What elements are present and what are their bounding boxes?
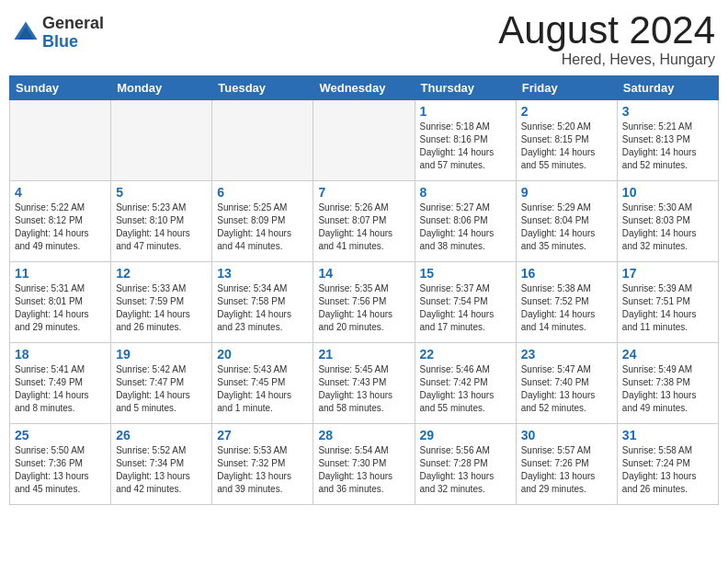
logo: General Blue — [13, 15, 104, 52]
day-number: 16 — [521, 266, 612, 281]
day-info: Sunrise: 5:56 AMSunset: 7:28 PMDaylight:… — [420, 444, 511, 496]
day-cell-24: 24Sunrise: 5:49 AMSunset: 7:38 PMDayligh… — [617, 343, 718, 424]
day-number: 29 — [420, 428, 511, 442]
day-info: Sunrise: 5:52 AMSunset: 7:34 PMDaylight:… — [116, 444, 207, 496]
day-cell-3: 3Sunrise: 5:21 AMSunset: 8:13 PMDaylight… — [617, 100, 718, 181]
day-number: 27 — [217, 428, 308, 442]
day-info: Sunrise: 5:53 AMSunset: 7:32 PMDaylight:… — [217, 444, 308, 496]
day-info: Sunrise: 5:35 AMSunset: 7:56 PMDaylight:… — [318, 282, 409, 334]
day-info: Sunrise: 5:30 AMSunset: 8:03 PMDaylight:… — [622, 201, 713, 253]
day-cell-31: 31Sunrise: 5:58 AMSunset: 7:24 PMDayligh… — [617, 424, 718, 505]
day-cell-25: 25Sunrise: 5:50 AMSunset: 7:36 PMDayligh… — [10, 424, 111, 505]
day-info: Sunrise: 5:26 AMSunset: 8:07 PMDaylight:… — [318, 201, 409, 253]
weekday-header-thursday: Thursday — [415, 76, 516, 100]
day-number: 26 — [116, 428, 207, 442]
day-info: Sunrise: 5:50 AMSunset: 7:36 PMDaylight:… — [15, 444, 106, 496]
day-number: 11 — [15, 266, 106, 281]
day-number: 6 — [217, 185, 308, 200]
day-cell-4: 4Sunrise: 5:22 AMSunset: 8:12 PMDaylight… — [10, 181, 111, 262]
day-info: Sunrise: 5:38 AMSunset: 7:52 PMDaylight:… — [521, 282, 612, 334]
day-number: 22 — [420, 347, 511, 362]
day-cell-2: 2Sunrise: 5:20 AMSunset: 8:15 PMDaylight… — [516, 100, 617, 181]
day-cell-8: 8Sunrise: 5:27 AMSunset: 8:06 PMDaylight… — [415, 181, 516, 262]
week-row-3: 11Sunrise: 5:31 AMSunset: 8:01 PMDayligh… — [10, 262, 719, 343]
logo-general-text: General — [42, 15, 104, 33]
day-info: Sunrise: 5:37 AMSunset: 7:54 PMDaylight:… — [420, 282, 511, 334]
day-info: Sunrise: 5:46 AMSunset: 7:42 PMDaylight:… — [420, 363, 511, 415]
day-info: Sunrise: 5:21 AMSunset: 8:13 PMDaylight:… — [622, 121, 713, 172]
day-number: 18 — [15, 347, 106, 362]
day-info: Sunrise: 5:33 AMSunset: 7:59 PMDaylight:… — [116, 282, 207, 334]
day-cell-6: 6Sunrise: 5:25 AMSunset: 8:09 PMDaylight… — [212, 181, 313, 262]
day-info: Sunrise: 5:23 AMSunset: 8:10 PMDaylight:… — [116, 201, 207, 253]
weekday-header-wednesday: Wednesday — [313, 76, 415, 100]
week-row-5: 25Sunrise: 5:50 AMSunset: 7:36 PMDayligh… — [10, 424, 719, 505]
day-number: 12 — [116, 266, 207, 281]
day-cell-29: 29Sunrise: 5:56 AMSunset: 7:28 PMDayligh… — [415, 424, 516, 505]
day-cell-17: 17Sunrise: 5:39 AMSunset: 7:51 PMDayligh… — [617, 262, 718, 343]
day-info: Sunrise: 5:54 AMSunset: 7:30 PMDaylight:… — [318, 444, 409, 496]
day-cell-30: 30Sunrise: 5:57 AMSunset: 7:26 PMDayligh… — [516, 424, 617, 505]
day-number: 1 — [420, 104, 511, 119]
day-info: Sunrise: 5:29 AMSunset: 8:04 PMDaylight:… — [521, 201, 612, 253]
day-number: 2 — [521, 104, 612, 119]
day-number: 30 — [521, 428, 612, 442]
day-info: Sunrise: 5:31 AMSunset: 8:01 PMDaylight:… — [15, 282, 106, 334]
day-number: 19 — [116, 347, 207, 362]
empty-cell — [111, 100, 212, 181]
day-number: 21 — [318, 347, 409, 362]
day-info: Sunrise: 5:58 AMSunset: 7:24 PMDaylight:… — [622, 444, 713, 496]
day-cell-5: 5Sunrise: 5:23 AMSunset: 8:10 PMDaylight… — [111, 181, 212, 262]
day-cell-14: 14Sunrise: 5:35 AMSunset: 7:56 PMDayligh… — [313, 262, 415, 343]
day-number: 31 — [622, 428, 713, 442]
day-number: 25 — [15, 428, 106, 442]
day-cell-28: 28Sunrise: 5:54 AMSunset: 7:30 PMDayligh… — [313, 424, 415, 505]
empty-cell — [10, 100, 111, 181]
day-info: Sunrise: 5:39 AMSunset: 7:51 PMDaylight:… — [622, 282, 713, 334]
day-cell-26: 26Sunrise: 5:52 AMSunset: 7:34 PMDayligh… — [111, 424, 212, 505]
day-number: 14 — [318, 266, 409, 281]
day-cell-16: 16Sunrise: 5:38 AMSunset: 7:52 PMDayligh… — [516, 262, 617, 343]
day-number: 20 — [217, 347, 308, 362]
day-info: Sunrise: 5:45 AMSunset: 7:43 PMDaylight:… — [318, 363, 409, 415]
day-number: 5 — [116, 185, 207, 200]
day-cell-20: 20Sunrise: 5:43 AMSunset: 7:45 PMDayligh… — [212, 343, 313, 424]
day-number: 15 — [420, 266, 511, 281]
day-cell-13: 13Sunrise: 5:34 AMSunset: 7:58 PMDayligh… — [212, 262, 313, 343]
weekday-header-sunday: Sunday — [10, 76, 111, 100]
day-number: 7 — [318, 185, 409, 200]
logo-blue-text: Blue — [42, 33, 104, 52]
day-info: Sunrise: 5:42 AMSunset: 7:47 PMDaylight:… — [116, 363, 207, 415]
day-cell-1: 1Sunrise: 5:18 AMSunset: 8:16 PMDaylight… — [415, 100, 516, 181]
month-title: August 2024 — [498, 9, 715, 52]
day-number: 17 — [622, 266, 713, 281]
day-number: 3 — [622, 104, 713, 119]
day-cell-22: 22Sunrise: 5:46 AMSunset: 7:42 PMDayligh… — [415, 343, 516, 424]
day-cell-23: 23Sunrise: 5:47 AMSunset: 7:40 PMDayligh… — [516, 343, 617, 424]
day-number: 28 — [318, 428, 409, 442]
day-cell-18: 18Sunrise: 5:41 AMSunset: 7:49 PMDayligh… — [10, 343, 111, 424]
day-info: Sunrise: 5:57 AMSunset: 7:26 PMDaylight:… — [521, 444, 612, 496]
weekday-header-tuesday: Tuesday — [212, 76, 313, 100]
day-number: 13 — [217, 266, 308, 281]
day-info: Sunrise: 5:43 AMSunset: 7:45 PMDaylight:… — [217, 363, 308, 415]
day-number: 4 — [15, 185, 106, 200]
day-info: Sunrise: 5:49 AMSunset: 7:38 PMDaylight:… — [622, 363, 713, 415]
week-row-2: 4Sunrise: 5:22 AMSunset: 8:12 PMDaylight… — [10, 181, 719, 262]
day-info: Sunrise: 5:34 AMSunset: 7:58 PMDaylight:… — [217, 282, 308, 334]
logo-text: General Blue — [42, 15, 104, 52]
day-info: Sunrise: 5:18 AMSunset: 8:16 PMDaylight:… — [420, 121, 511, 172]
day-number: 8 — [420, 185, 511, 200]
empty-cell — [212, 100, 313, 181]
week-row-1: 1Sunrise: 5:18 AMSunset: 8:16 PMDaylight… — [10, 100, 719, 181]
day-number: 10 — [622, 185, 713, 200]
day-cell-10: 10Sunrise: 5:30 AMSunset: 8:03 PMDayligh… — [617, 181, 718, 262]
day-info: Sunrise: 5:20 AMSunset: 8:15 PMDaylight:… — [521, 121, 612, 172]
weekday-header-row: SundayMondayTuesdayWednesdayThursdayFrid… — [10, 76, 719, 100]
day-cell-9: 9Sunrise: 5:29 AMSunset: 8:04 PMDaylight… — [516, 181, 617, 262]
day-info: Sunrise: 5:47 AMSunset: 7:40 PMDaylight:… — [521, 363, 612, 415]
header: General Blue August 2024 Hered, Heves, H… — [9, 9, 719, 68]
day-cell-7: 7Sunrise: 5:26 AMSunset: 8:07 PMDaylight… — [313, 181, 415, 262]
svg-rect-2 — [23, 34, 29, 40]
day-cell-19: 19Sunrise: 5:42 AMSunset: 7:47 PMDayligh… — [111, 343, 212, 424]
